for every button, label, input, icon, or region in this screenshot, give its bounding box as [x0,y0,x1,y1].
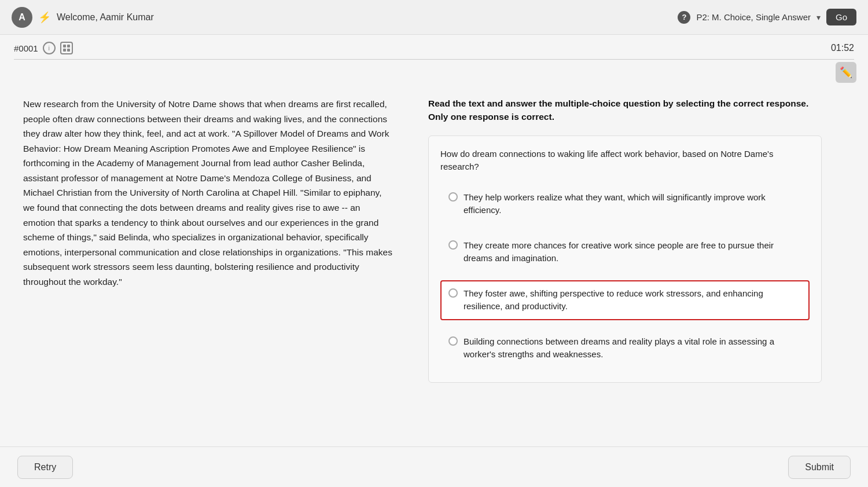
main-content: New research from the University of Notr… [0,85,868,446]
option-c-text: They foster awe, shifting perspective to… [464,287,801,313]
welcome-text: Welcome, Aamir Kumar [57,12,154,23]
timer: 01:52 [831,43,854,53]
option-b[interactable]: They create more chances for creative wo… [440,232,810,272]
header-right: ? P2: M. Choice, Single Answer ▾ Go [678,9,856,25]
header-left: A ⚡ Welcome, Aamir Kumar [12,7,154,28]
option-a-text: They help workers realize what they want… [464,191,801,217]
info-icon[interactable]: i [43,42,56,54]
dropdown-arrow-icon[interactable]: ▾ [816,13,821,22]
question-id-area: #0001 i [14,42,73,54]
question-id-text: #0001 [14,43,38,53]
question-type-label: P2: M. Choice, Single Answer [696,12,811,22]
help-icon: ? [678,11,690,24]
radio-d [448,336,458,346]
grid-icon[interactable] [60,42,73,54]
header: A ⚡ Welcome, Aamir Kumar ? P2: M. Choice… [0,0,868,35]
submit-button[interactable]: Submit [788,456,851,479]
scratch-area: ✏️ [0,60,868,85]
radio-c [448,288,458,298]
question-text: How do dream connections to waking life … [440,148,810,174]
option-d-text: Building connections between dreams and … [464,335,801,361]
option-c[interactable]: They foster awe, shifting perspective to… [440,280,810,320]
radio-a [448,192,458,202]
option-d[interactable]: Building connections between dreams and … [440,328,810,368]
instruction-text: Read the text and answer the multiple-ch… [428,97,822,124]
scratch-pad-icon[interactable]: ✏️ [836,62,856,83]
bolt-icon: ⚡ [38,11,51,24]
option-a[interactable]: They help workers realize what they want… [440,184,810,224]
option-b-text: They create more chances for creative wo… [464,239,801,265]
radio-b [448,240,458,250]
go-button[interactable]: Go [826,9,856,25]
passage: New research from the University of Notr… [23,97,393,435]
footer: Retry Submit [0,446,868,487]
retry-button[interactable]: Retry [17,456,73,479]
sub-header: #0001 i 01:52 [0,35,868,54]
avatar: A [12,7,32,28]
question-panel: Read the text and answer the multiple-ch… [428,97,822,435]
question-box: How do dream connections to waking life … [428,136,822,383]
